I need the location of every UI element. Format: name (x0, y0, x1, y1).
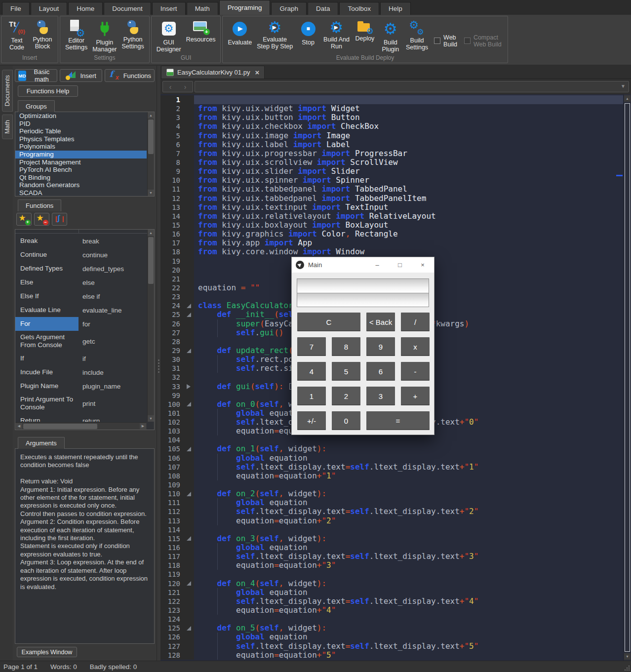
scrollbar-thumb[interactable] (148, 119, 154, 154)
scrollbar-thumb[interactable] (148, 237, 154, 284)
minimize-icon[interactable]: – (366, 257, 389, 273)
code-line-124[interactable]: 124 (160, 615, 623, 624)
group-item-programing[interactable]: Programing (15, 151, 147, 158)
ribbon-button-build-settings[interactable]: ⚙⚙Build Settings (403, 18, 431, 51)
code-line-8[interactable]: 8from kivy.uix.scrollview import ScrollV… (160, 158, 623, 167)
sidebar-splitter[interactable] (157, 66, 160, 661)
functions-vertical-scrollbar[interactable]: ▲ ▼ (147, 230, 154, 422)
function-row-else[interactable]: Elseelse (15, 276, 147, 289)
ribbon-tab-toolbox[interactable]: Toolbox (339, 2, 379, 15)
group-item-scada[interactable]: SCADA (15, 189, 147, 197)
ribbon-button-deploy[interactable]: ⚙Deploy (352, 18, 378, 42)
ribbon-button-plugin-manager[interactable]: Plugin Manager (90, 18, 119, 53)
code-line-5[interactable]: 5from kivy.uix.image import Image (160, 131, 623, 140)
calc-button-clear[interactable]: C (297, 313, 360, 331)
calc-button-digit-7[interactable]: 7 (297, 337, 326, 356)
fold-expanded-icon[interactable] (187, 536, 191, 541)
calc-button-digit-8[interactable]: 8 (332, 337, 360, 356)
group-item-periodic-table[interactable]: Periodic Table (15, 127, 147, 135)
code-line-7[interactable]: 7from kivy.uix.progressbar import Progre… (160, 149, 623, 158)
function-row-incude-file[interactable]: Incude Fileinclude (15, 365, 147, 379)
code-line-4[interactable]: 4from kivy.uix.checkbox import CheckBox (160, 122, 623, 131)
fold-expanded-icon[interactable] (187, 313, 191, 317)
fold-expanded-icon[interactable] (187, 581, 191, 586)
functions-horizontal-scrollbar[interactable]: ◀ ▶ (15, 422, 147, 430)
fn-curve-button[interactable]: ∫ (52, 213, 67, 226)
fold-expanded-icon[interactable] (187, 402, 191, 406)
calc-button-divide[interactable]: / (401, 313, 430, 331)
code-line-104[interactable]: 104 (160, 435, 623, 444)
code-line-9[interactable]: 9from kivy.uix.slider import Slider (160, 167, 623, 176)
calc-button-equals[interactable]: = (366, 411, 430, 430)
function-row-if[interactable]: Ifif (15, 352, 147, 365)
code-line-13[interactable]: 13from kivy.uix.textinput import TextInp… (160, 203, 623, 212)
groups-scrollbar[interactable]: ▲▼ (147, 112, 154, 196)
code-line-128[interactable]: 128 equation=equation+"5" (160, 651, 623, 660)
calc-button-digit-6[interactable]: 6 (366, 362, 395, 381)
tab-groups[interactable]: Groups (18, 100, 55, 112)
ribbon-button-text-code[interactable]: Tt{0}Text Code (4, 18, 30, 51)
code-line-11[interactable]: 11from kivy.uix.tabbedpanel import Tabbe… (160, 185, 623, 194)
side-tab-math[interactable]: Math (2, 115, 13, 139)
code-line-110[interactable]: 110 def on_2(self, widget): (160, 489, 623, 498)
ribbon-tab-insert[interactable]: Insert (152, 2, 186, 15)
calc-button-digit-1[interactable]: 1 (297, 387, 326, 405)
calc-button-digit-2[interactable]: 2 (332, 387, 360, 405)
fold-expanded-icon[interactable] (187, 304, 191, 308)
function-row-plugin-name[interactable]: Plugin Nameplugin_name (15, 379, 147, 393)
function-row-continue[interactable]: Continuecontinue (15, 248, 147, 262)
calc-button-multiply[interactable]: x (401, 337, 430, 356)
code-line-109[interactable]: 109 (160, 480, 623, 489)
scroll-left-icon[interactable]: ◀ (16, 423, 22, 429)
scroll-down-icon[interactable]: ▼ (624, 653, 631, 660)
star-minus-button[interactable]: ★− (34, 213, 49, 226)
calc-button-digit-9[interactable]: 9 (366, 337, 395, 356)
ribbon-button-resources[interactable]: +Resources (184, 18, 218, 43)
code-line-112[interactable]: 112 self.ltext_display.text=self.ltext_d… (160, 507, 623, 516)
calc-button-negate[interactable]: +/- (297, 411, 326, 430)
ribbon-button-build-and-run[interactable]: ⚙▶Build And Run (321, 18, 352, 50)
fold-expanded-icon[interactable] (187, 349, 191, 353)
fold-expanded-icon[interactable] (187, 626, 191, 631)
functions-help-button[interactable]: Functions Help (18, 85, 78, 97)
code-line-18[interactable]: 18from kivy.core.window import Window (160, 247, 623, 256)
ribbon-tab-graph[interactable]: Graph (271, 2, 307, 15)
code-line-14[interactable]: 14from kivy.uix.relativelayout import Re… (160, 212, 623, 221)
ribbon-tab-programing[interactable]: Programing (219, 0, 271, 15)
function-row-return[interactable]: Returnreturn (15, 414, 147, 422)
ribbon-button-python-block[interactable]: Python Block (30, 18, 55, 50)
code-line-2[interactable]: 2from kivy.uix.widget import Widget (160, 104, 623, 113)
side-tab-documents[interactable]: Documents (2, 70, 13, 112)
ribbon-button-build-plugin[interactable]: ⚙Build Plugin (378, 18, 403, 53)
code-line-105[interactable]: 105 def on_1(self, widget): (160, 444, 623, 453)
code-line-121[interactable]: 121 global equation (160, 588, 623, 597)
calc-button-digit-0[interactable]: 0 (332, 411, 360, 430)
function-row-gets-argument-from-console[interactable]: Gets Argument From Consolegetc (15, 331, 147, 352)
ribbon-tab-help[interactable]: Help (380, 2, 411, 15)
code-line-120[interactable]: 120 def on_4(self, widget): (160, 579, 623, 588)
resize-grip-icon[interactable] (625, 666, 630, 671)
group-item-pytorch-ai-bench[interactable]: PyTorch AI Bench (15, 166, 147, 174)
tab-arguments[interactable]: Arguments (18, 437, 65, 449)
code-line-113[interactable]: 113 equation=equation+"2" (160, 516, 623, 525)
scroll-up-icon[interactable]: ▲ (624, 95, 631, 102)
examples-window-button[interactable]: Examples Window (17, 647, 77, 657)
ribbon-button-gui-designer[interactable]: ⚙GUI Designer (154, 18, 184, 53)
ribbon-tab-layout[interactable]: Layout (31, 2, 68, 15)
close-tab-icon[interactable]: × (255, 69, 259, 76)
editor-tab[interactable]: EasyCalculatorKivy 01.py × (161, 66, 265, 79)
calculator-title-bar[interactable]: Main–□× (292, 257, 434, 273)
basic-math-button[interactable]: MDBasic math (15, 69, 57, 82)
fold-collapsed-icon[interactable] (187, 384, 191, 389)
group-item-random-generators[interactable]: Random Generators (15, 181, 147, 189)
ribbon-tab-data[interactable]: Data (308, 2, 339, 15)
ribbon-button-evaluate-step-by-step[interactable]: ⚙▶Evaluate Step By Step (254, 18, 295, 50)
ribbon-tab-math[interactable]: Math (187, 2, 218, 15)
code-line-119[interactable]: 119 (160, 570, 623, 579)
functions-button[interactable]: fxFunctions (105, 69, 155, 82)
function-row-for[interactable]: Forfor (15, 317, 147, 331)
calc-button-add[interactable]: + (401, 387, 430, 405)
scroll-up-icon[interactable]: ▲ (148, 112, 154, 119)
function-row-break[interactable]: Breakbreak (15, 234, 147, 248)
calculator-display[interactable] (297, 278, 429, 307)
